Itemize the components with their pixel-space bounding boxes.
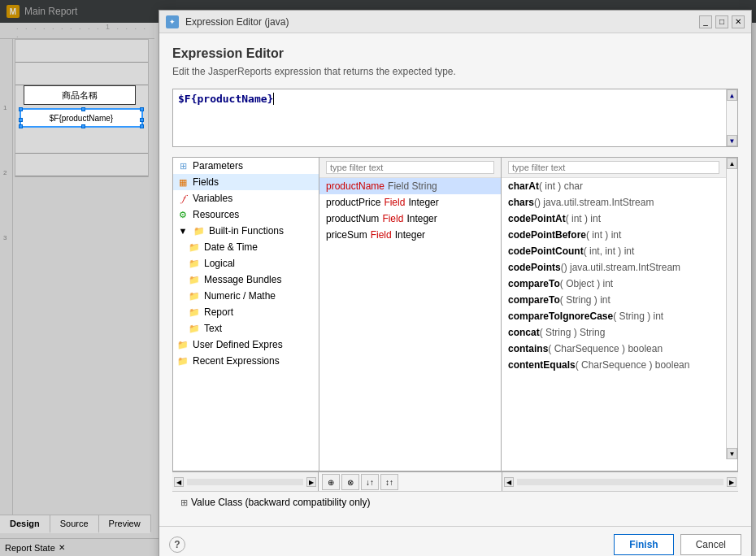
right-scroll-left-arrow[interactable]: ◀ (504, 477, 514, 487)
pricesum-type: Integer (395, 229, 425, 241)
right-item-compareTo-obj[interactable]: compareTo( Object ) int (502, 276, 737, 292)
left-item-report[interactable]: 📁 Report (173, 304, 319, 320)
left-item-logical[interactable]: 📁 Logical (173, 255, 319, 271)
right-item-codePoints[interactable]: codePoints() java.util.stream.IntStream (502, 259, 737, 276)
parameters-icon: ⊞ (176, 159, 189, 172)
dialog-maximize-btn[interactable]: □ (715, 15, 728, 28)
fields-label: Fields (193, 176, 219, 188)
right-item-codePointAt[interactable]: codePointAt( int ) int (502, 211, 737, 227)
panel-toolbar-row: ◀ ▶ ⊕ ⊗ ↓↑ ↕↑ ◀ ▶ (172, 471, 738, 491)
expression-editor-field[interactable]: $F{productName} ▲ ▼ (172, 89, 738, 147)
left-item-builtin[interactable]: ▼ 📁 Built-in Functions (173, 223, 319, 239)
right-item-codePointBefore[interactable]: codePointBefore( int ) int (502, 227, 737, 243)
dialog-icon: ✦ (166, 15, 179, 28)
toolbar-add-btn[interactable]: ⊕ (322, 474, 340, 490)
right-item-chars[interactable]: chars() java.util.stream.IntStream (502, 194, 737, 211)
help-button[interactable]: ? (169, 536, 185, 553)
right-item-codePointCount[interactable]: codePointCount( int, int ) int (502, 243, 737, 259)
left-item-datetime[interactable]: 📁 Date & Time (173, 239, 319, 255)
middle-item-productName[interactable]: productName Field String (319, 178, 501, 194)
left-scroll-left-arrow[interactable]: ◀ (174, 477, 184, 487)
value-class-row: ⊞ Value Class (backward compatibility on… (172, 491, 738, 513)
message-label: Message Bundles (204, 274, 281, 285)
numeric-folder-icon: 📁 (188, 289, 201, 302)
productnum-name: productNum (326, 213, 379, 224)
right-item-compareTo-str[interactable]: compareTo( String ) int (502, 292, 737, 308)
compareTo-str-name: compareTo (508, 294, 560, 306)
toolbar-move-down-btn[interactable]: ↓↑ (361, 474, 379, 490)
right-filter-header (502, 158, 737, 178)
modal-overlay: ✦ Expression Editor (java) _ □ ✕ Express… (0, 0, 756, 556)
dialog-body: Expression Editor Edit the JasperReports… (159, 33, 751, 526)
cancel-button[interactable]: Cancel (680, 534, 741, 555)
product-name-label[interactable]: 商品名稱 (24, 85, 136, 105)
right-item-contains[interactable]: contains( CharSequence ) boolean (502, 341, 737, 357)
right-scroll-down[interactable]: ▼ (727, 448, 737, 459)
middle-item-productPrice[interactable]: productPrice Field Integer (319, 194, 501, 211)
middle-item-priceSum[interactable]: priceSum Field Integer (319, 227, 501, 243)
right-item-charAt[interactable]: charAt( int ) char (502, 178, 737, 194)
handle-bm (81, 124, 85, 128)
left-scroll-right-arrow[interactable]: ▶ (306, 477, 316, 487)
scrollbar-track (727, 101, 737, 135)
codePointAt-name: codePointAt (508, 213, 566, 224)
left-item-recent[interactable]: 📁 Recent Expressions (173, 353, 319, 369)
right-scroll-bar-bottom: ◀ ▶ (502, 472, 738, 492)
handle-ml (19, 118, 23, 122)
left-item-user-defined[interactable]: 📁 User Defined Expres (173, 337, 319, 353)
toolbar-sort-btn[interactable]: ↕↑ (380, 474, 398, 490)
user-defined-folder-icon: 📁 (176, 338, 189, 351)
productnum-type-label: Field (382, 213, 403, 224)
right-filter-input[interactable] (508, 161, 719, 174)
charAt-name: charAt (508, 180, 539, 192)
left-scroll-track (187, 479, 303, 485)
right-item-compareToIgnoreCase[interactable]: compareToIgnoreCase( String ) int (502, 308, 737, 324)
datetime-folder-icon: 📁 (188, 241, 201, 254)
left-panel: ⊞ Parameters ▦ Fields 𝑓 Variables ⚙ Reso… (173, 158, 319, 471)
builtin-expand-icon: ▼ (176, 224, 189, 237)
left-item-resources[interactable]: ⚙ Resources (173, 206, 319, 223)
expression-editor-dialog: ✦ Expression Editor (java) _ □ ✕ Express… (159, 10, 752, 556)
handle-tl (19, 107, 23, 111)
toolbar-remove-btn[interactable]: ⊗ (341, 474, 359, 490)
scrollbar-down[interactable]: ▼ (727, 135, 737, 146)
right-scroll-right-arrow[interactable]: ▶ (727, 477, 736, 487)
left-item-parameters[interactable]: ⊞ Parameters (173, 158, 319, 174)
contains-name: contains (508, 343, 548, 354)
contentEquals-name: contentEquals (508, 359, 576, 371)
value-class-expand-icon[interactable]: ⊞ (180, 497, 188, 508)
left-item-text[interactable]: 📁 Text (173, 320, 319, 337)
scrollbar-up[interactable]: ▲ (727, 89, 737, 101)
left-item-variables[interactable]: 𝑓 Variables (173, 190, 319, 206)
finish-button[interactable]: Finish (614, 534, 673, 555)
dialog-minimize-btn[interactable]: _ (699, 15, 712, 28)
right-scroll-up[interactable]: ▲ (727, 158, 737, 169)
text-folder-icon: 📁 (188, 322, 201, 335)
left-item-numeric[interactable]: 📁 Numeric / Mathe (173, 288, 319, 304)
panel-toolbar: ⊕ ⊗ ↓↑ ↕↑ (319, 472, 502, 492)
codePointCount-params: ( int, int ) int (584, 245, 635, 257)
product-field-element[interactable]: $F{productName} (20, 108, 143, 128)
handle-br (140, 124, 144, 128)
pricesum-type-label: Field (371, 229, 392, 241)
dialog-close-btn[interactable]: ✕ (732, 15, 745, 28)
productprice-name: productPrice (326, 197, 380, 208)
left-item-fields[interactable]: ▦ Fields (173, 174, 319, 190)
logical-label: Logical (204, 258, 235, 269)
right-scroll-track (727, 169, 737, 448)
left-item-message[interactable]: 📁 Message Bundles (173, 271, 319, 288)
productprice-type: Integer (408, 197, 438, 208)
panels-row: ⊞ Parameters ▦ Fields 𝑓 Variables ⚙ Reso… (172, 157, 738, 471)
middle-filter-input[interactable] (326, 161, 494, 174)
right-item-contentEquals[interactable]: contentEquals( CharSequence ) boolean (502, 357, 737, 373)
variables-label: Variables (193, 193, 232, 204)
right-scrollbar: ▲ ▼ (726, 158, 737, 459)
middle-item-productNum[interactable]: productNum Field Integer (319, 211, 501, 227)
right-item-concat[interactable]: concat( String ) String (502, 324, 737, 341)
resources-label: Resources (193, 209, 239, 220)
recent-folder-icon: 📁 (176, 354, 189, 367)
dialog-heading: Expression Editor (172, 46, 738, 61)
numeric-label: Numeric / Mathe (204, 290, 276, 302)
pricesum-name: priceSum (326, 229, 367, 241)
right-panel: charAt( int ) char chars() java.util.str… (502, 158, 737, 471)
